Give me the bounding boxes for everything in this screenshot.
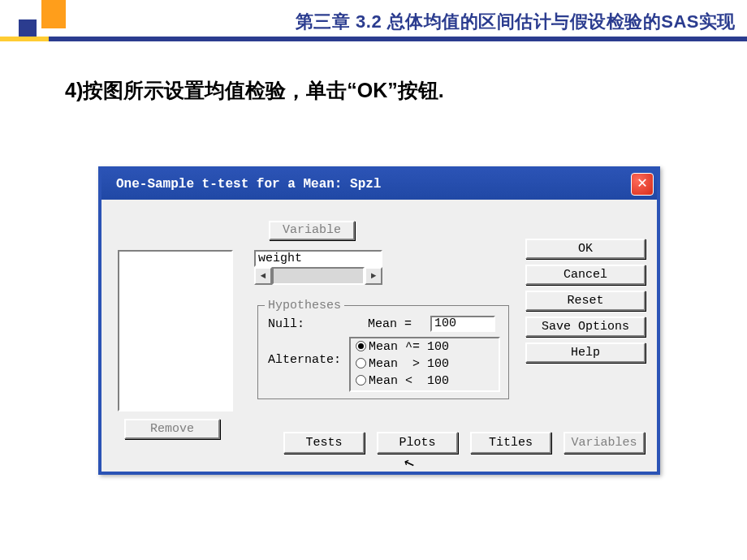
ttest-dialog: One-Sample t-test for a Mean: Spzl ✕ Var… xyxy=(98,166,660,475)
alt-lt-label: Mean < 100 xyxy=(369,374,449,388)
help-button[interactable]: Help xyxy=(525,342,646,363)
cursor-icon: ↖ xyxy=(400,450,418,475)
right-button-column: OK Cancel Reset Save Options Help xyxy=(525,239,646,368)
alt-gt-label: Mean > 100 xyxy=(369,357,449,371)
chapter-title: 第三章 3.2 总体均值的区间估计与假设检验的SAS实现 xyxy=(296,10,736,34)
alternate-options: Mean ^= 100 Mean > 100 Mean < 100 xyxy=(349,337,500,392)
tests-button[interactable]: Tests xyxy=(283,432,365,454)
selected-variable-field[interactable]: weight xyxy=(254,250,382,267)
decor-yellow-bar xyxy=(0,37,49,41)
instruction-text: 4)按图所示设置均值检验，单击“OK”按钮. xyxy=(65,77,444,104)
titles-button[interactable]: Titles xyxy=(470,432,551,454)
reset-button[interactable]: Reset xyxy=(525,291,646,311)
mean-equals-label: Mean = xyxy=(368,317,412,331)
ok-button[interactable]: OK xyxy=(525,239,646,259)
variables-button[interactable]: Variables xyxy=(563,432,645,454)
remove-button[interactable]: Remove xyxy=(124,419,220,439)
dialog-titlebar[interactable]: One-Sample t-test for a Mean: Spzl ✕ xyxy=(101,170,657,200)
dialog-body: Variable Remove weight ◄ ► Hypotheses Nu… xyxy=(101,200,657,472)
null-label: Null: xyxy=(268,317,304,331)
close-icon[interactable]: ✕ xyxy=(631,173,654,196)
radio-icon xyxy=(356,358,366,368)
decor-blue-bar xyxy=(49,37,747,41)
radio-icon xyxy=(356,375,366,386)
null-mean-input[interactable]: 100 xyxy=(430,316,495,332)
slide-header: 第三章 3.2 总体均值的区间估计与假设检验的SAS实现 xyxy=(0,0,747,45)
decor-blue-square xyxy=(19,19,37,37)
save-options-button[interactable]: Save Options xyxy=(525,317,646,337)
hypotheses-group: Hypotheses Null: Mean = 100 Alternate: M… xyxy=(257,305,509,399)
alt-option-lt[interactable]: Mean < 100 xyxy=(351,373,499,390)
decor-orange-square xyxy=(41,0,66,28)
alt-ne-label: Mean ^= 100 xyxy=(369,340,449,354)
variable-button[interactable]: Variable xyxy=(269,221,355,240)
hypotheses-legend: Hypotheses xyxy=(265,299,344,312)
scroll-track[interactable] xyxy=(272,267,365,285)
cancel-button[interactable]: Cancel xyxy=(525,265,646,285)
bottom-button-row: Tests Plots Titles Variables xyxy=(283,432,650,454)
radio-icon xyxy=(356,341,366,351)
plots-button[interactable]: Plots xyxy=(377,432,458,454)
variable-listbox[interactable] xyxy=(118,250,233,411)
dialog-title: One-Sample t-test for a Mean: Spzl xyxy=(116,177,381,192)
alt-option-ne[interactable]: Mean ^= 100 xyxy=(351,338,499,355)
alternate-label: Alternate: xyxy=(268,353,341,367)
scroll-left-icon[interactable]: ◄ xyxy=(254,267,272,285)
alt-option-gt[interactable]: Mean > 100 xyxy=(351,355,499,373)
scroll-right-icon[interactable]: ► xyxy=(365,267,382,285)
